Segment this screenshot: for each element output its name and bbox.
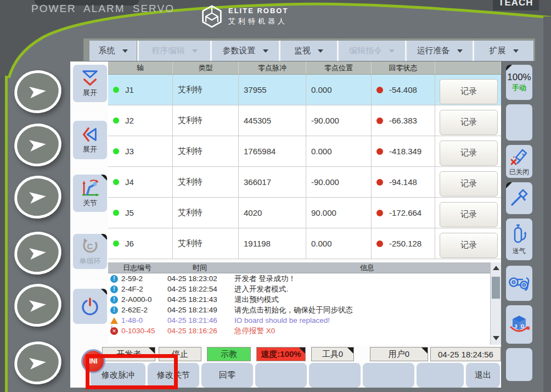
- brand-name: ELITE ROBOT: [228, 7, 288, 15]
- menu-item-1[interactable]: 系统: [89, 41, 137, 61]
- axis-ok-dot: [113, 179, 119, 185]
- tool-button[interactable]: [506, 182, 532, 214]
- menu-item-4[interactable]: 监视: [280, 41, 337, 61]
- arrow-icon: [27, 296, 49, 315]
- log-scrollbar[interactable]: [490, 262, 501, 345]
- tool-closed-button[interactable]: 已关闭: [506, 145, 532, 178]
- menu-item-3[interactable]: 参数设置: [212, 41, 279, 61]
- axis-row-J4[interactable]: J4艾利特366017-90.000-94.148记录: [108, 167, 501, 198]
- joint-mode-button[interactable]: 关节: [73, 175, 107, 212]
- scroll-up-icon[interactable]: [493, 266, 499, 270]
- axis-ok-dot: [113, 240, 119, 247]
- axis-table-header-cell: 零点位置: [306, 61, 372, 74]
- servo-power-button[interactable]: [73, 289, 107, 324]
- axis-label: J5: [125, 208, 134, 217]
- status-tool[interactable]: 工具0: [311, 347, 354, 361]
- menu-item-6[interactable]: 运行准备: [407, 41, 473, 61]
- status-speed[interactable]: 速度:100%: [256, 347, 306, 361]
- zero-position-cell: -90.000: [306, 167, 372, 197]
- axis-row-J5[interactable]: J5艾利特402090.000-172.664记录: [108, 198, 501, 228]
- menu-item-2[interactable]: 程序编辑: [139, 41, 210, 61]
- home-status-value: -418.349: [389, 147, 421, 156]
- axis-row-J3[interactable]: J3艾利特17659840.000-418.349记录: [108, 136, 501, 167]
- home-status-cell: -66.383: [372, 105, 435, 136]
- cycle-icon: C: [81, 237, 99, 255]
- record-button-J6[interactable]: 记录: [440, 233, 498, 258]
- home-status-cell: -54.408: [372, 75, 435, 105]
- zero-pulse-cell: 191198: [239, 228, 306, 259]
- scroll-down-icon[interactable]: [493, 336, 499, 340]
- record-button-J5[interactable]: 记录: [440, 202, 498, 227]
- zero-position-cell: 0.000: [306, 228, 372, 259]
- manual-mode-label: 手动: [512, 83, 526, 93]
- joystick-button[interactable]: [506, 266, 532, 301]
- status-tool-label: 工具0: [322, 349, 343, 360]
- log-row-5: !1-48-004-25 18:21:46IO board should be …: [108, 315, 501, 326]
- axis-table-header-cell: 回零状态: [372, 61, 435, 74]
- home-status-value: -172.664: [389, 208, 421, 217]
- log-code: 2-59-2: [121, 275, 167, 283]
- record-cell: 记录: [435, 228, 501, 259]
- status-op-mode[interactable]: 示教: [207, 347, 251, 361]
- record-button-J1[interactable]: 记录: [440, 79, 498, 104]
- zero-position-cell: -90.000: [306, 105, 372, 136]
- bottom-button-8[interactable]: 退出: [466, 363, 500, 388]
- status-user-frame[interactable]: 用户0: [370, 347, 428, 361]
- expand-button-side[interactable]: 展开: [73, 121, 107, 159]
- axis-row-J6[interactable]: J6艾利特1911980.000-250.128记录: [108, 228, 501, 259]
- log-row-4: !2-62E-204-25 18:21:49请先点击初始化，确保处于同步状态: [108, 305, 501, 315]
- log-message: 急停报警 X0: [234, 326, 501, 336]
- axis-ok-dot: [113, 87, 119, 93]
- axis-row-J1[interactable]: J1艾利特379550.000-54.408记录: [108, 75, 501, 105]
- type-cell: 艾利特: [173, 136, 239, 166]
- gas-supply-button[interactable]: 送气: [506, 219, 532, 260]
- scrollbar-thumb[interactable]: [492, 277, 500, 299]
- record-button-J3[interactable]: 记录: [440, 141, 498, 166]
- corner-marker-icon: [101, 289, 107, 295]
- expand-button-top[interactable]: 展开: [73, 65, 107, 102]
- axis-table-header-cell: 零点脉冲: [239, 61, 306, 74]
- teach-mode-label: TEACH: [493, 0, 539, 10]
- elite-logo-icon: [201, 4, 223, 29]
- axis-label: J6: [125, 239, 134, 248]
- log-row-2: !2-4F-204-25 18:22:54进入开发者模式.: [108, 284, 501, 294]
- log-code: 1-48-0: [121, 316, 167, 324]
- chevron-down-icon: [263, 49, 268, 55]
- zero-position-cell: 0.000: [306, 136, 372, 166]
- status-datetime[interactable]: 04-25 18:24:56: [430, 347, 501, 361]
- cycle-mode-button[interactable]: C单循环: [73, 234, 107, 269]
- gas-icon: [511, 223, 527, 245]
- log-time: 04-25 18:21:46: [167, 316, 234, 324]
- bottom-button-blank-7[interactable]: [417, 363, 464, 388]
- axis-label: J2: [125, 116, 134, 125]
- log-time: 04-25 18:21:43: [167, 295, 234, 304]
- joint-mode-button-label: 关节: [83, 198, 97, 208]
- axis-table-header-cell: [435, 61, 501, 74]
- torch-off-icon: [509, 147, 529, 166]
- bottom-button-blank-6[interactable]: [363, 363, 414, 388]
- speed-value: 100%: [507, 72, 531, 83]
- blank-button-2[interactable]: [506, 348, 532, 381]
- bottom-button-blank-5[interactable]: [309, 363, 361, 388]
- view-3d-button[interactable]: 3D: [506, 305, 532, 344]
- axis-row-J2[interactable]: J2艾利特445305-90.000-66.383记录: [108, 105, 501, 136]
- home-status-dot: [376, 117, 383, 124]
- home-status-cell: -418.349: [372, 136, 435, 166]
- menu-item-7[interactable]: 扩展: [474, 41, 533, 61]
- svg-text:3: 3: [514, 323, 517, 329]
- record-button-J2[interactable]: 记录: [440, 110, 498, 135]
- zero-pulse-cell: 366017: [239, 167, 306, 197]
- speed-manual-button[interactable]: 100%手动: [506, 65, 532, 100]
- axis-table-header-cell: 类型: [173, 61, 239, 74]
- record-button-J4[interactable]: 记录: [440, 171, 498, 197]
- log-time: 04-25 18:16:26: [167, 327, 234, 335]
- blank-button-1[interactable]: [506, 104, 532, 141]
- log-row-6: ✕0-1030-4504-25 18:16:26急停报警 X0: [108, 326, 501, 336]
- bottom-button-blank-4[interactable]: [255, 363, 307, 388]
- log-header-code: 日志编号: [108, 262, 166, 273]
- menu-item-5[interactable]: 编辑指令: [339, 41, 405, 61]
- arrow-icon: [27, 244, 49, 262]
- bottom-button-3[interactable]: 回零: [201, 363, 253, 388]
- axis-label: J3: [125, 147, 134, 156]
- home-status-value: -250.128: [389, 239, 421, 248]
